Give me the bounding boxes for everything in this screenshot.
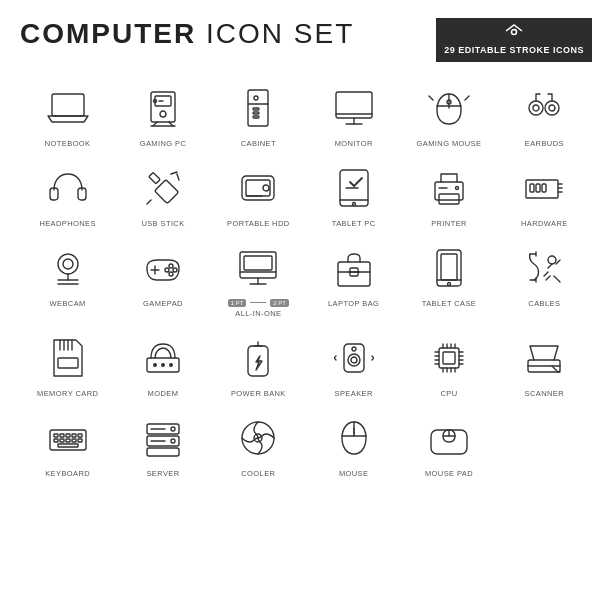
- svg-rect-118: [54, 434, 58, 437]
- svg-point-54: [58, 254, 78, 274]
- icon-speaker: SPEAKER: [306, 326, 401, 406]
- svg-point-28: [549, 105, 555, 111]
- svg-point-63: [165, 268, 169, 272]
- svg-rect-123: [54, 439, 58, 442]
- svg-rect-52: [536, 184, 540, 192]
- svg-rect-32: [149, 172, 160, 183]
- notebook-label: NOTEBOOK: [45, 139, 91, 148]
- speaker-label: SPEAKER: [335, 389, 373, 398]
- svg-rect-126: [72, 439, 76, 442]
- svg-rect-121: [72, 434, 76, 437]
- svg-line-115: [552, 366, 558, 372]
- earbuds-icon: [518, 82, 570, 134]
- svg-rect-70: [338, 262, 370, 286]
- cooler-label: COOLER: [241, 469, 275, 478]
- webcam-icon: [42, 242, 94, 294]
- svg-rect-51: [530, 184, 534, 192]
- cabinet-icon: [232, 82, 284, 134]
- icon-keyboard: KEYBOARD: [20, 406, 115, 486]
- printer-icon: [423, 162, 475, 214]
- gaming-mouse-label: GAMING MOUSE: [417, 139, 482, 148]
- icon-server: SERVER: [115, 406, 210, 486]
- svg-line-34: [171, 172, 177, 174]
- svg-rect-14: [253, 112, 259, 114]
- svg-point-26: [533, 105, 539, 111]
- badge: 29 EDITABLE STROKE ICONS: [436, 18, 592, 62]
- icon-notebook: NOTEBOOK: [20, 76, 115, 156]
- icon-cables: CABLES: [497, 236, 592, 326]
- portable-hdd-icon: [232, 162, 284, 214]
- notebook-icon: [42, 82, 94, 134]
- keyboard-label: KEYBOARD: [45, 469, 90, 478]
- svg-point-42: [352, 202, 355, 205]
- hardware-label: HARDWARE: [521, 219, 568, 228]
- badge-text: 29 EDITABLE STROKE ICONS: [444, 45, 584, 57]
- server-label: SERVER: [146, 469, 179, 478]
- laptop-bag-icon: [328, 242, 380, 294]
- svg-rect-75: [441, 254, 457, 280]
- svg-point-62: [173, 268, 177, 272]
- svg-rect-15: [253, 116, 259, 118]
- memory-card-label: MEMORY CARD: [37, 389, 98, 398]
- svg-point-133: [171, 439, 175, 443]
- modem-label: MODEM: [148, 389, 179, 398]
- gamepad-icon: [137, 242, 189, 294]
- svg-point-86: [161, 363, 165, 367]
- page-container: COMPUTER ICON SET 29 EDITABLE STROKE ICO…: [0, 0, 612, 612]
- icon-cpu: CPU: [401, 326, 496, 406]
- mouse-icon: [328, 412, 380, 464]
- usb-stick-label: USB STICK: [141, 219, 184, 228]
- icon-headphones: HEADPHONES: [20, 156, 115, 236]
- mouse-label: MOUSE: [339, 469, 369, 478]
- cables-icon: [518, 242, 570, 294]
- mouse-pad-icon: [423, 412, 475, 464]
- speaker-icon: [328, 332, 380, 384]
- header: COMPUTER ICON SET 29 EDITABLE STROKE ICO…: [20, 18, 592, 62]
- svg-point-12: [254, 96, 258, 100]
- cpu-label: CPU: [440, 389, 457, 398]
- mouse-pad-label: MOUSE PAD: [425, 469, 473, 478]
- gamepad-label: GAMEPAD: [143, 299, 183, 308]
- power-bank-label: POWER BANK: [231, 389, 286, 398]
- svg-rect-1: [52, 94, 84, 116]
- svg-rect-125: [66, 439, 70, 442]
- icon-all-in-one: 1 PT 2 PT ALL-IN-ONE: [211, 236, 306, 326]
- gaming-pc-icon: [137, 82, 189, 134]
- svg-point-132: [171, 427, 175, 431]
- badge-icon: [504, 23, 524, 42]
- modem-icon: [137, 332, 189, 384]
- icon-gaming-pc: GAMING PC: [115, 76, 210, 156]
- icon-hardware: HARDWARE: [497, 156, 592, 236]
- icon-mouse: MOUSE: [306, 406, 401, 486]
- svg-point-87: [169, 363, 173, 367]
- portable-hdd-label: PORTABLE HDD: [227, 219, 289, 228]
- icon-cooler: COOLER: [211, 406, 306, 486]
- icon-memory-card: MEMORY CARD: [20, 326, 115, 406]
- svg-rect-37: [246, 180, 270, 196]
- icon-gaming-mouse: GAMING MOUSE: [401, 76, 496, 156]
- icon-tablet-case: TABLET CASE: [401, 236, 496, 326]
- svg-rect-124: [60, 439, 64, 442]
- pt-badge-1: 1 PT: [228, 299, 247, 307]
- svg-rect-31: [154, 179, 178, 203]
- page-title: COMPUTER ICON SET: [20, 18, 354, 50]
- svg-rect-131: [147, 448, 179, 456]
- svg-rect-91: [344, 344, 364, 372]
- hardware-icon: [518, 162, 570, 214]
- svg-point-61: [169, 264, 173, 268]
- power-bank-icon: [232, 332, 284, 384]
- svg-rect-128: [58, 444, 78, 447]
- svg-point-77: [447, 282, 450, 285]
- icon-scanner: SCANNER: [497, 326, 592, 406]
- icon-modem: MODEM: [115, 326, 210, 406]
- icon-earbuds: EARBUDS: [497, 76, 592, 156]
- svg-point-0: [512, 30, 517, 35]
- tablet-case-label: TABLET CASE: [422, 299, 477, 308]
- laptop-bag-label: LAPTOP BAG: [328, 299, 379, 308]
- cpu-icon: [423, 332, 475, 384]
- icon-cabinet: CABINET: [211, 76, 306, 156]
- svg-rect-127: [78, 439, 82, 442]
- scanner-label: SCANNER: [525, 389, 564, 398]
- icon-gamepad: GAMEPAD: [115, 236, 210, 326]
- svg-rect-83: [58, 358, 78, 368]
